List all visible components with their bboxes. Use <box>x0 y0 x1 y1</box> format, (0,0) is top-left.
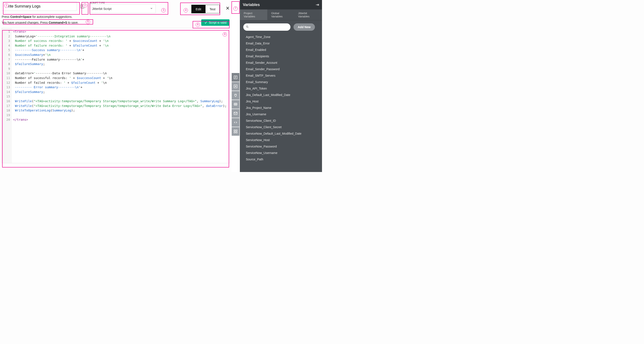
variable-item[interactable]: Jira_Host <box>246 98 318 105</box>
unsaved-hint: You have unsaved changes. Press Command+… <box>2 21 78 24</box>
script-type-value: Jitterbit Script <box>92 7 112 11</box>
variable-item[interactable]: Email_Sender_Account <box>246 60 318 66</box>
svg-rect-10 <box>236 130 237 131</box>
side-tab-operations-icon[interactable] <box>232 100 240 109</box>
variable-item[interactable]: Jira_Default_Last_Modified_Date <box>246 92 318 98</box>
edit-button[interactable]: Edit <box>191 5 206 13</box>
side-tab-variables-icon[interactable] <box>232 82 240 91</box>
test-button[interactable]: Test <box>206 5 220 13</box>
svg-line-14 <box>248 27 248 28</box>
variable-item[interactable]: Email_Sender_Password <box>246 66 318 72</box>
variable-item[interactable]: Email_Recipients <box>246 53 318 60</box>
side-tab-notifications-icon[interactable] <box>232 109 240 118</box>
variable-item[interactable]: ServiceNow_Client_ID <box>246 117 318 124</box>
variable-item[interactable]: Agent_Time_Zone <box>246 34 318 40</box>
collapse-panel-icon[interactable]: ⇥ <box>316 2 319 7</box>
variable-item[interactable]: ServiceNow_Default_Last_Modified_Date <box>246 130 318 137</box>
variable-item[interactable]: Jira_Project_Name <box>246 105 318 111</box>
variable-item[interactable]: ServiceNow_Password <box>246 143 318 150</box>
add-new-button[interactable]: Add New <box>294 24 315 31</box>
search-icon <box>246 25 249 29</box>
variable-item[interactable]: ServiceNow_Client_Secret <box>246 124 318 130</box>
script-type-select[interactable]: Jitterbit Script <box>89 4 156 13</box>
variables-tab[interactable]: Project Variables <box>240 10 267 20</box>
variable-item[interactable]: Jira_API_Token <box>246 85 318 92</box>
svg-rect-9 <box>234 130 235 131</box>
variable-item[interactable]: ServiceNow_Username <box>246 150 318 156</box>
script-valid-badge: Script is valid <box>201 19 230 26</box>
variable-item[interactable]: Email_Data_Error <box>246 40 318 47</box>
variable-item[interactable]: ServiceNow_Host <box>246 137 318 143</box>
notes-icon[interactable] <box>79 3 86 10</box>
svg-rect-11 <box>234 132 235 133</box>
svg-point-13 <box>246 26 248 27</box>
variables-panel-title: Variables <box>243 3 260 7</box>
svg-rect-12 <box>236 132 237 133</box>
autocomplete-hint: Press Control+Space for autocomplete sug… <box>2 15 230 19</box>
variable-item[interactable]: Email_SMTP_Servers <box>246 72 318 79</box>
side-tab-endpoints-icon[interactable] <box>232 127 240 136</box>
variable-item[interactable]: Email_Enabled <box>246 47 318 53</box>
script-name-input[interactable] <box>2 2 77 11</box>
svg-rect-7 <box>235 104 236 105</box>
variables-tab[interactable]: Global Variables <box>267 10 294 20</box>
variable-item[interactable]: Email_Summary <box>246 79 318 85</box>
svg-rect-6 <box>234 103 237 105</box>
chevron-down-icon <box>150 7 153 11</box>
variable-item[interactable]: Jira_Username <box>246 111 318 117</box>
code-editor[interactable]: 1234567891011121314151617181920 <trans> … <box>2 28 230 163</box>
close-icon[interactable]: ✕ <box>226 6 230 11</box>
variables-search-input[interactable] <box>243 24 290 31</box>
side-tab-scripts-icon[interactable] <box>232 118 240 127</box>
variable-item[interactable]: Source_Path <box>246 156 318 163</box>
variables-tab[interactable]: Jitterbit Variables <box>294 10 322 20</box>
script-type-label: SCRIPT TYPE <box>89 2 156 4</box>
side-tab-plugins-icon[interactable] <box>232 91 240 100</box>
side-tab-functions-icon[interactable] <box>232 73 240 82</box>
